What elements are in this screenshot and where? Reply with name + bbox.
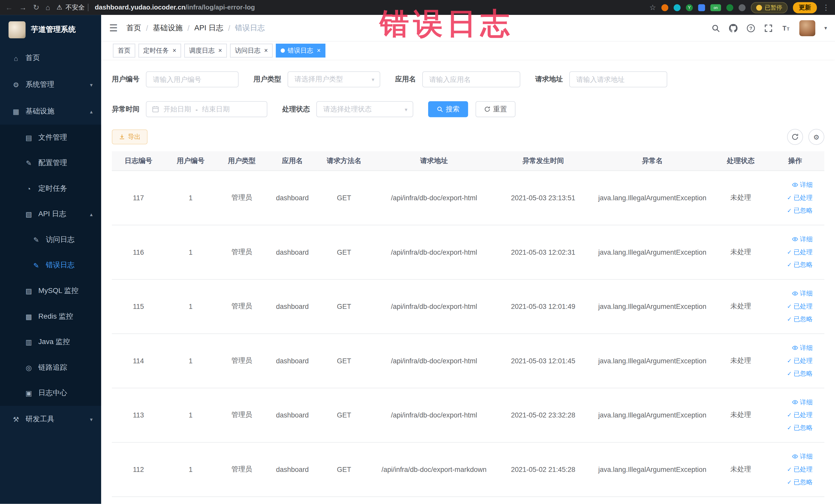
detail-link[interactable]: 详细: [792, 343, 813, 352]
column-settings-button[interactable]: ⚙: [808, 129, 824, 145]
export-button[interactable]: 导出: [112, 129, 148, 144]
detail-link[interactable]: 详细: [792, 452, 813, 461]
breadcrumb-separator: /: [187, 24, 189, 32]
mark-processed-link[interactable]: ✓已处理: [787, 465, 813, 474]
detail-link-label: 详细: [800, 343, 813, 352]
mark-ignored-link[interactable]: ✓已忽略: [787, 315, 813, 323]
user-type-select[interactable]: 请选择用户类型 ▾: [287, 72, 380, 87]
help-icon[interactable]: [747, 24, 755, 32]
paused-badge[interactable]: 已暂停: [751, 2, 788, 13]
sidebar-item-mysql-monitor[interactable]: ▨ MySQL 监控: [0, 278, 101, 304]
font-size-icon[interactable]: [781, 24, 790, 32]
home-button-icon[interactable]: ⌂: [46, 4, 50, 11]
update-button[interactable]: 更新: [793, 2, 817, 13]
mark-ignored-link[interactable]: ✓已忽略: [787, 206, 813, 215]
extension-icon[interactable]: [698, 4, 705, 11]
sidebar-item-log-center[interactable]: ▣ 日志中心: [0, 380, 101, 406]
warning-icon: ⚠: [57, 4, 62, 11]
mark-processed-link[interactable]: ✓已处理: [787, 356, 813, 365]
detail-link[interactable]: 详细: [792, 289, 813, 298]
process-status-select[interactable]: 请选择处理状态 ▾: [316, 101, 413, 117]
detail-link[interactable]: 详细: [792, 398, 813, 407]
reload-icon[interactable]: ↻: [33, 4, 39, 11]
close-icon[interactable]: ×: [172, 47, 176, 55]
reset-button[interactable]: 重置: [476, 101, 516, 117]
mark-processed-link[interactable]: ✓已处理: [787, 302, 813, 311]
sidebar-item-tracing[interactable]: ◎ 链路追踪: [0, 355, 101, 381]
sidebar-item-access-log[interactable]: ✎ 访问日志: [0, 227, 101, 253]
log-center-icon: ▣: [24, 389, 33, 397]
mark-processed-link[interactable]: ✓已处理: [787, 247, 813, 257]
close-icon[interactable]: ×: [264, 47, 268, 55]
app-logo[interactable]: 芋道管理系统: [0, 15, 101, 45]
cell-actions: 详细 ✓已处理 ✓已忽略: [766, 225, 824, 279]
back-icon[interactable]: ←: [5, 4, 13, 11]
sidebar-item-api-logs[interactable]: ▧ API 日志 ▴: [0, 201, 101, 227]
breadcrumb-item[interactable]: API 日志: [194, 23, 223, 33]
mark-ignored-link[interactable]: ✓已忽略: [787, 423, 813, 432]
user-id-input[interactable]: [146, 72, 239, 87]
tab-access-log[interactable]: 访问日志 ×: [230, 44, 272, 58]
app-title: 芋道管理系统: [31, 25, 76, 35]
forward-icon[interactable]: →: [19, 4, 27, 11]
security-indicator[interactable]: ⚠ 不安全: [57, 3, 88, 12]
fullscreen-icon[interactable]: [764, 24, 773, 32]
close-icon[interactable]: ×: [219, 47, 222, 55]
detail-link[interactable]: 详细: [792, 235, 813, 244]
request-url-input[interactable]: [569, 72, 667, 87]
sidebar-item-java-monitor[interactable]: ▥ Java 监控: [0, 329, 101, 355]
bookmark-star-icon[interactable]: ☆: [649, 4, 656, 11]
search-icon[interactable]: [712, 24, 720, 32]
hamburger-icon[interactable]: ☰: [109, 22, 118, 34]
tab-dispatch-log[interactable]: 调度日志 ×: [184, 44, 227, 58]
column-header: 请求方法名: [317, 151, 370, 170]
sidebar-item-infrastructure[interactable]: ▦ 基础设施 ▴: [0, 98, 101, 125]
tab-error-log[interactable]: 错误日志 ×: [276, 44, 325, 58]
sidebar-item-system-management[interactable]: ⚙ 系统管理 ▾: [0, 72, 101, 98]
mark-ignored-link[interactable]: ✓已忽略: [787, 369, 813, 378]
column-header: 应用名: [267, 151, 317, 170]
extension-icon[interactable]: [674, 4, 680, 11]
sidebar-item-error-log[interactable]: ✎ 错误日志: [0, 253, 101, 278]
tab-scheduled-tasks[interactable]: 定时任务 ×: [138, 44, 181, 58]
close-icon[interactable]: ×: [317, 47, 321, 55]
sidebar: 芋道管理系统 ⌂ 首页 ⚙ 系统管理 ▾ ▦ 基础设施 ▴ ▤ 文件管理: [0, 15, 101, 504]
mark-ignored-link[interactable]: ✓已忽略: [787, 478, 813, 486]
app-name-input[interactable]: [422, 72, 520, 87]
search-button[interactable]: 搜索: [428, 101, 468, 117]
mark-processed-link[interactable]: ✓已处理: [787, 410, 813, 419]
breadcrumb-item[interactable]: 首页: [126, 23, 141, 33]
refresh-list-button[interactable]: [787, 129, 803, 145]
reset-button-label: 重置: [493, 104, 507, 114]
extension-icon[interactable]: [727, 4, 733, 11]
browser-menu-icon[interactable]: ⋮: [822, 4, 830, 11]
tab-label: 定时任务: [143, 46, 169, 55]
sidebar-item-config-management[interactable]: ✎ 配置管理: [0, 150, 101, 176]
check-icon: ✓: [787, 316, 792, 322]
extension-icon[interactable]: [738, 4, 746, 11]
exception-time-range-picker[interactable]: 开始日期 - 结束日期: [146, 101, 267, 117]
user-avatar[interactable]: [799, 20, 815, 36]
address-bar[interactable]: dashboard.yudao.iocoder.cn/infra/log/api…: [95, 4, 643, 11]
edit-icon: ✎: [32, 261, 40, 269]
sidebar-item-home[interactable]: ⌂ 首页: [0, 45, 101, 72]
github-icon[interactable]: [729, 24, 737, 32]
extension-on-badge[interactable]: on: [711, 4, 721, 11]
mark-ignored-link[interactable]: ✓已忽略: [787, 260, 813, 269]
extension-icon[interactable]: [661, 4, 668, 11]
sidebar-item-dev-tools[interactable]: ⚒ 研发工具 ▾: [0, 406, 101, 432]
sidebar-item-label: Java 监控: [38, 337, 70, 347]
tab-home[interactable]: 首页: [113, 44, 135, 58]
detail-link[interactable]: 详细: [792, 180, 813, 189]
avatar-caret-icon[interactable]: ▾: [824, 25, 827, 31]
sidebar-item-scheduled-tasks[interactable]: ◔ 定时任务: [0, 176, 101, 202]
breadcrumb-item[interactable]: 基础设施: [153, 23, 183, 33]
sidebar-item-redis-monitor[interactable]: ▩ Redis 监控: [0, 304, 101, 329]
sidebar-item-file-management[interactable]: ▤ 文件管理: [0, 124, 101, 150]
check-icon: ✓: [787, 370, 792, 377]
mark-processed-link[interactable]: ✓已处理: [787, 193, 813, 202]
cell-method: GET: [317, 388, 370, 442]
tab-label: 错误日志: [287, 46, 313, 55]
extension-icon[interactable]: Y: [686, 4, 693, 11]
cell-log-id: 114: [112, 334, 165, 388]
